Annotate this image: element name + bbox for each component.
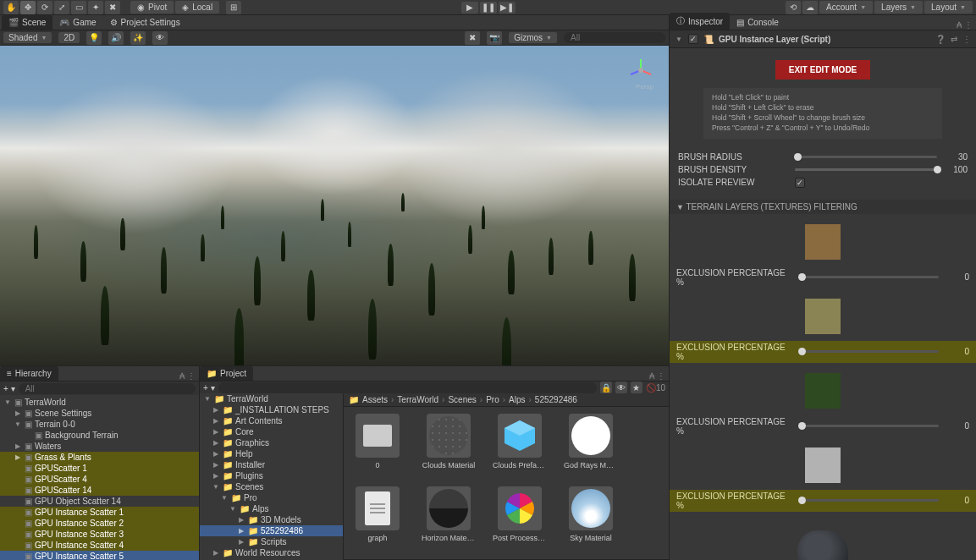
project-tree-item[interactable]: ▼📁Pro [200,492,343,503]
move-tool-icon[interactable]: ✥ [20,1,36,14]
hierarchy-item[interactable]: ▼▣Terrain 0-0 [0,419,199,430]
hierarchy-item[interactable]: ▣GPU Instance Scatter 4 [0,540,199,551]
project-tree-item[interactable]: ▶📁Plugins [200,470,343,481]
grid-snap-icon[interactable]: ⊞ [226,1,241,14]
terrain-layers-header[interactable]: ▼ TERRAIN LAYERS (TEXTURES) FILTERING [670,200,976,214]
hierarchy-item[interactable]: ▣GPUScatter 4 [0,474,199,485]
tab-scene[interactable]: 🎬Scene [2,15,52,30]
create-dropdown[interactable]: + ▾ [203,383,215,393]
hidden-icon[interactable]: 👁 [152,31,168,45]
breadcrumb-item[interactable]: Scenes [448,395,476,404]
project-tree-item[interactable]: ▶📁_INSTALLATION STEPS [200,404,343,415]
collab-icon[interactable]: ⟲ [786,1,801,14]
texture-swatch[interactable] [805,373,841,409]
texture-swatch[interactable] [805,299,841,334]
hierarchy-item[interactable]: ▣GPU Instance Scatter 5 [0,551,199,560]
breadcrumb-item[interactable]: TerraWorld [397,395,438,404]
project-tree-item[interactable]: ▶📁Art Contents [200,415,343,426]
project-tree-item[interactable]: ▶📁World Resources [200,547,343,558]
layout-dropdown[interactable]: Layout▼ [924,1,973,14]
breadcrumb-item[interactable]: Alps [509,395,525,404]
project-tree-item[interactable]: ▶📁Help [200,448,343,459]
scene-viewport[interactable]: Persp [0,46,669,365]
asset-item[interactable]: Sky Material [564,486,618,542]
tab-hierarchy[interactable]: ≡ Hierarchy [0,366,58,381]
hierarchy-item[interactable]: ▶▣Scene Settings [0,408,199,419]
rotate-tool-icon[interactable]: ⟳ [37,1,52,14]
brush-radius-slider[interactable] [795,156,937,158]
star-icon[interactable]: ★ [631,382,642,393]
tools-icon[interactable]: ✖ [465,31,480,45]
cloud-icon[interactable]: ☁ [802,1,818,14]
tab-project[interactable]: 📁 Project [200,366,253,381]
breadcrumb-item[interactable]: Pro [486,395,499,404]
layers-dropdown[interactable]: Layers▼ [874,1,923,14]
filter-icon[interactable]: 🔒 [600,382,612,393]
eye-icon[interactable]: 👁 [615,382,627,393]
component-enabled-checkbox[interactable] [688,34,698,44]
project-tree-item[interactable]: ▶📁3D Models [200,514,343,525]
hierarchy-item[interactable]: ▣GPUScatter 1 [0,463,199,474]
hierarchy-search[interactable] [19,383,196,394]
create-dropdown[interactable]: + ▾ [3,384,15,393]
project-tree-item[interactable]: ▶📁Scripts [200,536,343,547]
preset-icon[interactable]: ⇄ [951,35,957,44]
asset-item[interactable]: Clouds Material [422,414,476,469]
asset-item[interactable]: God Rays Material [564,414,618,469]
exclusion-slider[interactable] [802,499,939,502]
breadcrumb-item[interactable]: 525292486 [535,395,577,404]
scene-search[interactable] [564,32,665,43]
hand-tool-icon[interactable]: ✋ [3,1,19,14]
project-tree-item[interactable]: ▼📁TerraWorld [200,393,343,404]
play-button[interactable]: ▶ [461,2,478,14]
gizmos-dropdown[interactable]: Gizmos▼ [509,32,557,43]
project-tree-item[interactable]: ▶📁Installer [200,459,343,470]
exit-edit-mode-button[interactable]: EXIT EDIT MODE [775,60,871,80]
tab-inspector[interactable]: ⓘ Inspector [670,13,730,30]
help-icon[interactable]: ❔ [935,35,946,44]
tab-console[interactable]: ▤ Console [730,15,786,30]
project-tree-item[interactable]: ▶📁Graphics [200,437,343,448]
brush-radius-value[interactable]: 30 [944,152,968,162]
toggle-2d[interactable]: 2D [58,32,80,43]
shading-mode-dropdown[interactable]: Shaded▼ [3,32,52,43]
project-tree-item[interactable]: ▶📁Core [200,426,343,437]
tab-project-settings[interactable]: ⚙Project Settings [103,15,187,30]
isolate-preview-checkbox[interactable] [795,178,805,188]
hierarchy-item[interactable]: ▣GPUScatter 14 [0,485,199,496]
texture-swatch[interactable] [805,447,841,483]
asset-item[interactable]: Clouds Prefab Alps [493,414,547,469]
project-tree-item[interactable]: ▶📁525292486 [200,525,343,536]
fx-icon[interactable]: ✨ [130,31,146,45]
breadcrumb-item[interactable]: Assets [362,395,388,404]
camera-icon[interactable]: 📷 [487,31,502,45]
project-search[interactable] [218,382,597,393]
exclusion-value[interactable]: 0 [946,496,969,505]
exclusion-slider[interactable] [802,276,939,278]
exclusion-value[interactable]: 0 [946,347,969,356]
custom-tool-icon[interactable]: ✖ [105,1,120,14]
brush-density-value[interactable]: 100 [944,165,968,174]
pivot-toggle[interactable]: ◉Pivot [130,1,174,14]
exclusion-slider[interactable] [802,425,939,427]
hierarchy-item[interactable]: ▣GPU Instance Scatter 3 [0,529,199,540]
hierarchy-item[interactable]: ▣GPU Instance Scatter 2 [0,518,199,529]
step-button[interactable]: ▶❚ [499,2,516,14]
account-dropdown[interactable]: Account▼ [819,1,873,14]
asset-item[interactable]: Horizon Material [422,486,476,542]
hierarchy-item[interactable]: ▶▣Waters [0,441,199,452]
tab-game[interactable]: 🎮Game [52,15,102,30]
hierarchy-item[interactable]: ▣GPU Object Scatter 14 [0,496,199,507]
hierarchy-item[interactable]: ▼▣TerraWorld [0,397,199,408]
texture-swatch[interactable] [805,224,841,260]
asset-item[interactable]: Post Processing P... [493,486,547,542]
scale-tool-icon[interactable]: ⤢ [54,1,69,14]
component-header[interactable]: ▼ 📜 GPU Instance Layer (Script) ❔ ⇄ ⋮ [670,30,976,48]
axis-gizmo-icon[interactable] [628,58,653,83]
rect-tool-icon[interactable]: ▭ [71,1,86,14]
audio-icon[interactable]: 🔊 [108,31,124,45]
local-toggle[interactable]: ◈Local [175,1,219,14]
hierarchy-item[interactable]: ▣GPU Instance Scatter 1 [0,507,199,518]
brush-density-slider[interactable] [795,168,937,171]
asset-item[interactable]: graph [350,486,405,542]
